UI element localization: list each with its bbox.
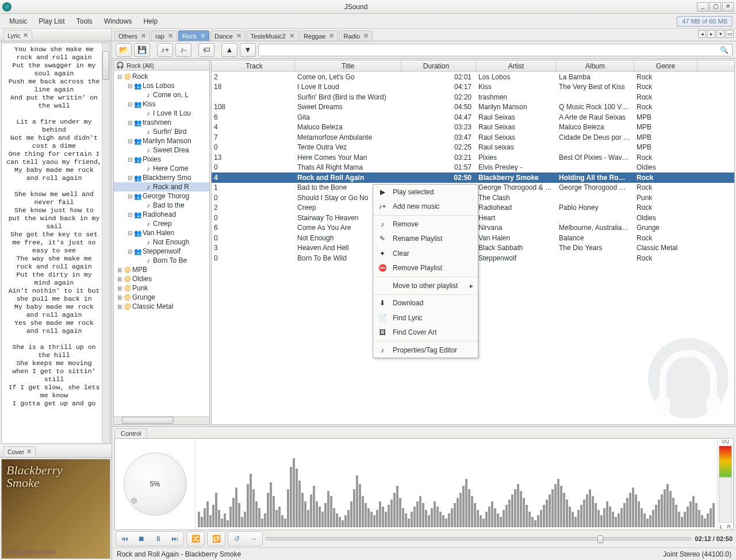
tree-node[interactable]: ⊟👥Marilyn Manson (114, 136, 209, 145)
tree-node[interactable]: ♪Not Enough (114, 237, 209, 247)
next-button[interactable]: ⏭ (167, 533, 182, 544)
tree-node[interactable]: ⊟👥Van Halen (114, 228, 209, 237)
prev-button[interactable]: ⏮ (117, 533, 132, 544)
remove-music-button[interactable]: ♪- (175, 43, 191, 57)
seek-slider[interactable] (265, 537, 692, 540)
ctx-remove-playlist[interactable]: ⛔Remove Playlist (373, 261, 478, 276)
table-row[interactable]: Surfin' Bird (Bird is the Word)02:20tras… (212, 92, 734, 102)
context-menu[interactable]: ▶Play selected♪+Add new music♪Remove✎Ren… (373, 184, 478, 358)
tree-node[interactable]: ⊟👥George Thorog (114, 191, 209, 201)
column-header-duration[interactable]: Duration (401, 60, 476, 71)
search-icon[interactable]: 🔍 (720, 46, 729, 54)
tree-node[interactable]: ♪Creep (114, 219, 209, 228)
continue-button[interactable]: → (246, 533, 261, 544)
table-row[interactable]: 0Thats All Right Mama01:57Elvis Presley … (212, 163, 734, 173)
close-icon[interactable]: ✕ (363, 32, 369, 40)
tree-node[interactable]: ⊞📀Oldies (114, 274, 209, 283)
menu-help[interactable]: Help (137, 16, 163, 26)
table-row[interactable]: 7Metamorfose Ambulante03:47Raul SeixasCi… (212, 132, 734, 143)
column-header-genre[interactable]: Genre (634, 60, 697, 71)
tree-node[interactable]: ♪I Love It Lou (114, 109, 209, 118)
tree-node[interactable]: ⊟👥Steppenwolf (114, 247, 209, 256)
close-icon[interactable]: ✕ (200, 32, 205, 40)
close-icon[interactable]: ✕ (289, 32, 294, 40)
column-header-title[interactable]: Title (295, 60, 401, 71)
menu-tools[interactable]: Tools (71, 16, 98, 26)
menu-music[interactable]: Music (3, 16, 33, 26)
table-row[interactable]: 13Here Comes Your Man03:21PixiesBest Of … (212, 152, 734, 163)
move-down-button[interactable]: ▼ (240, 43, 256, 57)
tree-pane[interactable]: 🎧 Rock (All) ⊟📀Rock⊟👥Los Lobos♪Come on, … (113, 60, 210, 425)
menu-windows[interactable]: Windows (98, 16, 138, 26)
column-header-track[interactable]: Track (212, 60, 295, 71)
tree-node[interactable]: ♪Come on, L (114, 90, 209, 99)
ctx-find-cover-art[interactable]: 🖼Find Cover Art (373, 325, 478, 340)
playlist-tab-radio[interactable]: Radio✕ (339, 30, 373, 41)
ctx-add-new-music[interactable]: ♪+Add new music (373, 200, 478, 214)
tabs-max[interactable]: ▭ (726, 30, 734, 38)
scrollbar[interactable] (102, 43, 110, 443)
tree-node[interactable]: ⊞📀Classic Metal (114, 302, 209, 311)
tag-button[interactable]: 🏷 (198, 43, 214, 57)
tree-node[interactable]: ⊟👥Blackberry Smo (114, 173, 209, 182)
menu-play-list[interactable]: Play List (33, 16, 70, 26)
stop-button[interactable]: ⏹ (134, 533, 149, 544)
lyric-panel[interactable]: You know she make me rock and roll again… (1, 43, 110, 444)
minimize-button[interactable]: _ (697, 2, 708, 11)
save-button[interactable]: 💾 (134, 43, 150, 57)
column-header-artist[interactable]: Artist (476, 60, 557, 71)
table-row[interactable]: 4Rock and Roll Again02:50Blackberry Smok… (212, 172, 734, 183)
tree-node[interactable]: ⊟👥Kiss (114, 99, 209, 109)
playlist-tab-others[interactable]: Others✕ (114, 30, 150, 41)
tree-node[interactable]: ♪Sweet Drea (114, 145, 209, 155)
close-icon[interactable]: ✕ (168, 32, 173, 40)
tree-node[interactable]: ⊞📀MPB (114, 265, 209, 274)
close-icon[interactable]: ✕ (23, 32, 28, 39)
tree-node[interactable]: ♪Born To Be (114, 256, 209, 265)
open-button[interactable]: 📂 (116, 43, 132, 57)
shuffle-button[interactable]: 🔀 (188, 533, 203, 544)
table-row[interactable]: 18I Love It Loud04:17KissThe Very Best o… (212, 82, 734, 93)
scrollbar[interactable] (114, 416, 209, 424)
ctx-rename-playlist[interactable]: ✎Rename Playlist (373, 232, 478, 247)
playlist-tab-reggae[interactable]: Reggae✕ (300, 30, 339, 41)
search-box[interactable]: 🔍 (258, 44, 733, 56)
add-music-button[interactable]: ♪+ (157, 43, 173, 57)
ctx-download[interactable]: ⬇Download (373, 296, 478, 311)
table-row[interactable]: 4Maluco Beleza03:23Raul SeixasMaluco Bel… (212, 122, 734, 133)
ctx-remove[interactable]: ♪Remove (373, 217, 478, 232)
search-input[interactable] (262, 46, 720, 54)
repeat-one-button[interactable]: ↺ (229, 533, 244, 544)
tree-node[interactable]: ⊟📀Rock (114, 72, 209, 81)
tabs-scroll-right[interactable]: ▸ (707, 30, 715, 38)
playlist-tab-dance[interactable]: Dance✕ (210, 30, 246, 41)
close-icon[interactable]: ✕ (141, 32, 146, 40)
volume-knob[interactable]: 5% (115, 439, 195, 530)
ctx-move-to-other-playlist[interactable]: Move to other playlist▸ (373, 278, 478, 293)
playlist-tab-rock[interactable]: Rock✕ (178, 30, 209, 41)
tree-node[interactable]: ⊟👥Radiohead (114, 210, 209, 219)
ctx-clear[interactable]: ✦Clear (373, 246, 478, 261)
tree-node[interactable]: ♪Here Come (114, 164, 209, 173)
tree-node[interactable]: ♪Rock and R (114, 182, 209, 191)
repeat-button[interactable]: 🔁 (209, 533, 224, 544)
table-row[interactable]: 6Gita04:47Raul SeixasA Arte de Raul Seix… (212, 112, 734, 122)
ctx-properties-tag-editor[interactable]: ♪Properties/Tag Editor (373, 343, 478, 358)
ctx-find-lyric[interactable]: 📄Find Lyric (373, 310, 478, 325)
tree-node[interactable]: ⊟👥Pixies (114, 155, 209, 164)
tree-node[interactable]: ♪Bad to the (114, 201, 209, 210)
close-icon[interactable]: ✕ (236, 32, 241, 40)
column-header-album[interactable]: Album (557, 60, 634, 71)
table-row[interactable]: 108Sweet Dreams04:50Marilyn MansonQ Musi… (212, 102, 734, 113)
ctx-play-selected[interactable]: ▶Play selected (373, 185, 478, 200)
close-icon[interactable]: ✕ (26, 448, 32, 455)
tree-node[interactable]: ⊟👥Los Lobos (114, 81, 209, 90)
playlist-tab-testemusic2[interactable]: TesteMusic2✕ (247, 30, 298, 41)
tabs-scroll-left[interactable]: ◂ (698, 30, 706, 38)
close-button[interactable]: ✕ (722, 2, 734, 11)
tabs-menu[interactable]: ▾ (716, 30, 724, 38)
pause-button[interactable]: ⏸ (151, 533, 166, 544)
move-up-button[interactable]: ▲ (221, 43, 237, 57)
playlist-tab-rap[interactable]: rap✕ (151, 30, 177, 41)
tree-node[interactable]: ⊞📀Punk (114, 283, 209, 293)
